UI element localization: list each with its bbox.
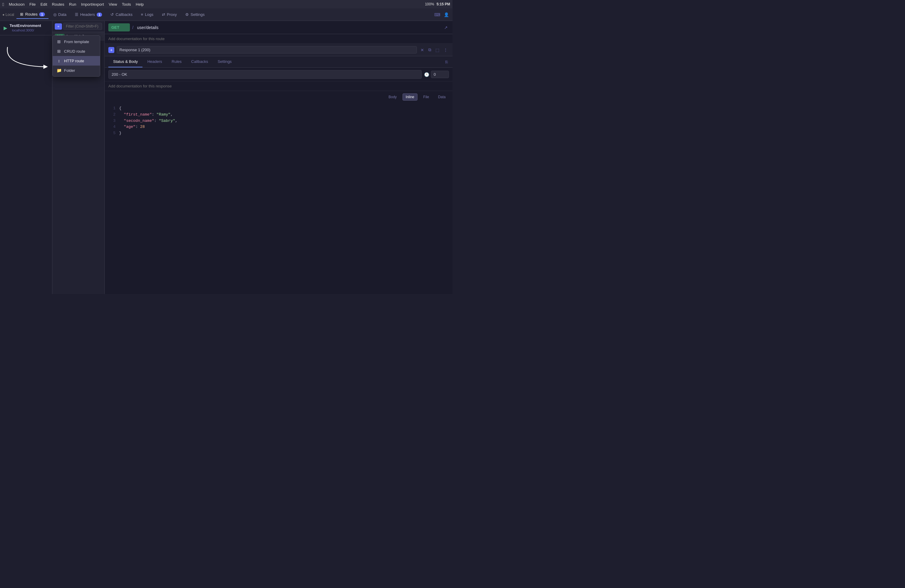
tab-data[interactable]: ◎ Data bbox=[50, 11, 70, 19]
response-tabs: Status & Body Headers Rules Callbacks Se… bbox=[105, 56, 452, 68]
add-route-button[interactable]: ＋ bbox=[55, 23, 62, 30]
copy-icon[interactable]: ⎘ bbox=[444, 58, 449, 65]
dropdown-menu: ⊞ From template ⊞ CRUD route ↕ HTTP rout… bbox=[52, 35, 100, 77]
http-route-label: HTTP route bbox=[64, 59, 84, 63]
route-doc-input[interactable] bbox=[108, 37, 449, 41]
nav-right: ⌨ 👤 bbox=[433, 11, 450, 18]
code-line-2: 2 "first_name": "Ramy", bbox=[110, 112, 448, 118]
menubar-help[interactable]: Help bbox=[136, 2, 144, 6]
folder-label: Folder bbox=[64, 68, 75, 73]
duplicate-response-button[interactable]: ⧉ bbox=[427, 46, 432, 54]
menubar-view[interactable]: View bbox=[109, 2, 117, 6]
delay-input[interactable] bbox=[431, 71, 449, 78]
menubar-time: 5:15 PM bbox=[437, 2, 450, 6]
body-area: Body Inline File Data 1 { 2 bbox=[105, 91, 452, 294]
tab-callbacks[interactable]: ↺ Callbacks bbox=[107, 11, 136, 19]
clock-icon: 🕐 bbox=[424, 72, 429, 77]
body-mode-body[interactable]: Body bbox=[385, 94, 400, 100]
menubar-tools[interactable]: Tools bbox=[122, 2, 131, 6]
resp-tab-settings[interactable]: Settings bbox=[213, 56, 237, 67]
menubar-battery: 100% bbox=[425, 2, 434, 6]
delete-response-button[interactable]: ✕ bbox=[419, 46, 425, 54]
menubar-mockoon[interactable]: Mockoon bbox=[9, 2, 25, 6]
tab-proxy[interactable]: ⇄ Proxy bbox=[158, 11, 181, 19]
data-icon: ◎ bbox=[53, 12, 57, 17]
crud-route-label: CRUD route bbox=[64, 49, 85, 54]
body-mode-file[interactable]: File bbox=[420, 94, 432, 100]
add-response-button[interactable]: + bbox=[108, 47, 114, 53]
app-container: ● Local ⊞ Routes 1 ◎ Data ☰ Headers 1 ↺ … bbox=[0, 8, 452, 294]
response-select[interactable]: Response 1 (200) bbox=[117, 46, 417, 54]
sidebar-header: ▶ TestEnvironment localhost:3000/ bbox=[0, 21, 52, 35]
logs-icon: ≡ bbox=[141, 12, 143, 17]
dropdown-from-template[interactable]: ⊞ From template bbox=[53, 37, 100, 46]
response-area: + Response 1 (200) ✕ ⧉ ⬚ ⋮ Status & Body bbox=[105, 44, 452, 294]
menubar-file[interactable]: File bbox=[29, 2, 36, 6]
code-line-4: 4 "age": 28 bbox=[110, 124, 448, 130]
from-template-label: From template bbox=[64, 40, 89, 44]
response-doc-input[interactable] bbox=[108, 84, 449, 88]
template-icon: ⊞ bbox=[56, 39, 62, 44]
code-editor[interactable]: 1 { 2 "first_name": "Ramy", 3 bbox=[105, 103, 452, 294]
url-input[interactable] bbox=[136, 24, 441, 31]
terminal-button[interactable]: ⌨ bbox=[433, 11, 441, 18]
folder-icon: 📁 bbox=[56, 68, 62, 73]
status-select[interactable]: 200 - OK bbox=[108, 70, 422, 79]
menubar-edit[interactable]: Edit bbox=[40, 2, 47, 6]
route-url-bar: GET POST PUT DELETE PATCH / ↗ bbox=[105, 21, 452, 34]
edit-response-button[interactable]: ⬚ bbox=[434, 46, 441, 54]
route-content: GET POST PUT DELETE PATCH / ↗ + bbox=[105, 21, 452, 294]
tab-headers[interactable]: ☰ Headers 1 bbox=[71, 11, 106, 19]
copy-response-button[interactable]: ⋮ bbox=[442, 46, 449, 54]
apple-menu[interactable]:  bbox=[2, 2, 4, 7]
arrow-area bbox=[0, 35, 52, 294]
status-row: 200 - OK 🕐 bbox=[105, 68, 452, 81]
response-header: + Response 1 (200) ✕ ⧉ ⬚ ⋮ bbox=[105, 44, 452, 56]
routes-header: ＋ bbox=[52, 21, 105, 32]
resp-tab-headers[interactable]: Headers bbox=[143, 56, 167, 67]
delay-area: 🕐 bbox=[424, 71, 449, 78]
account-button[interactable]: 👤 bbox=[443, 11, 450, 18]
tab-settings[interactable]: ⚙ Settings bbox=[182, 11, 208, 19]
response-doc bbox=[105, 81, 452, 91]
menubar:  Mockoon File Edit Routes Run Import/ex… bbox=[0, 0, 452, 8]
menubar-importexport[interactable]: Import/export bbox=[81, 2, 104, 6]
env-host: localhost:3000/ bbox=[10, 28, 50, 33]
svg-marker-0 bbox=[43, 65, 48, 69]
menubar-status: 100% 5:15 PM bbox=[425, 2, 450, 6]
response-action-buttons: ✕ ⧉ ⬚ ⋮ bbox=[419, 46, 449, 54]
resp-tab-status-body[interactable]: Status & Body bbox=[108, 56, 143, 67]
routes-badge: 1 bbox=[39, 12, 44, 16]
resp-tab-rules[interactable]: Rules bbox=[167, 56, 186, 67]
crud-icon: ⊞ bbox=[56, 49, 62, 54]
sidebar-env-info: TestEnvironment localhost:3000/ bbox=[10, 23, 50, 33]
play-button[interactable]: ▶ bbox=[2, 24, 8, 32]
main-content: ▶ TestEnvironment localhost:3000/ ☁ Clou… bbox=[0, 21, 452, 294]
arrow-annotation bbox=[2, 41, 56, 77]
code-line-3: 3 "secodn_name": "Sabry", bbox=[110, 118, 448, 124]
open-external-button[interactable]: ↗ bbox=[443, 24, 449, 31]
dropdown-crud-route[interactable]: ⊞ CRUD route bbox=[53, 46, 100, 56]
headers-badge: 1 bbox=[97, 13, 102, 17]
routes-filter-input[interactable] bbox=[63, 23, 102, 30]
copy-resp-button[interactable]: ⎘ bbox=[444, 58, 449, 65]
dropdown-http-route[interactable]: ↕ HTTP route bbox=[53, 56, 100, 65]
headers-icon: ☰ bbox=[75, 12, 78, 17]
local-indicator: ● Local bbox=[2, 13, 14, 17]
tab-routes[interactable]: ⊞ Routes 1 bbox=[16, 10, 48, 19]
url-slash: / bbox=[132, 25, 133, 30]
menubar-routes[interactable]: Routes bbox=[52, 2, 64, 6]
sidebar: ▶ TestEnvironment localhost:3000/ ☁ Clou… bbox=[0, 21, 52, 294]
routes-icon: ⊞ bbox=[20, 12, 23, 16]
method-select[interactable]: GET POST PUT DELETE PATCH bbox=[108, 23, 130, 32]
menubar-run[interactable]: Run bbox=[69, 2, 76, 6]
resp-tab-callbacks[interactable]: Callbacks bbox=[186, 56, 213, 67]
proxy-icon: ⇄ bbox=[162, 12, 165, 17]
dropdown-folder[interactable]: 📁 Folder bbox=[53, 65, 100, 75]
body-mode-data[interactable]: Data bbox=[435, 94, 449, 100]
body-mode-inline[interactable]: Inline bbox=[403, 94, 418, 100]
body-toolbar: Body Inline File Data bbox=[105, 91, 452, 103]
tab-logs[interactable]: ≡ Logs bbox=[137, 11, 157, 19]
route-doc-bar bbox=[105, 34, 452, 44]
response-title-bar: + Response 1 (200) bbox=[108, 46, 417, 54]
